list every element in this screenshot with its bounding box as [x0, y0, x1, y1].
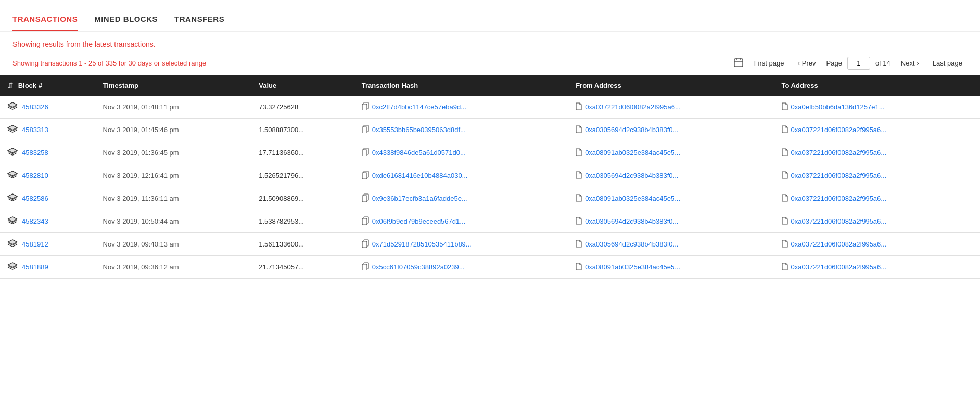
from-addr-value[interactable]: 0xa0305694d2c938b4b383f0...	[585, 217, 678, 225]
cell-txhash-1[interactable]: 0x35553bb65be0395063d8df...	[354, 119, 568, 141]
doc-icon	[576, 125, 582, 135]
tx-hash-value[interactable]: 0x4338f9846de5a61d0571d0...	[372, 149, 466, 157]
block-number[interactable]: 4583326	[22, 103, 48, 111]
cell-from-7[interactable]: 0xa08091ab0325e384ac45e5...	[568, 256, 774, 279]
cell-from-2[interactable]: 0xa08091ab0325e384ac45e5...	[568, 141, 774, 164]
doc-icon	[782, 125, 788, 135]
tx-hash-value[interactable]: 0x06f9b9ed79b9eceed567d1...	[372, 217, 465, 225]
cell-timestamp-7: Nov 3 2019, 09:36:12 am	[96, 256, 252, 279]
from-addr-value[interactable]: 0xa0305694d2c938b4b383f0...	[585, 240, 678, 248]
table-row: 4583258 Nov 3 2019, 01:36:45 pm17.711363…	[0, 141, 980, 164]
cell-timestamp-3: Nov 3 2019, 12:16:41 pm	[96, 164, 252, 187]
copy-icon	[362, 239, 369, 249]
to-addr-value[interactable]: 0xa0efb50bb6da136d1257e1...	[791, 103, 885, 111]
cell-txhash-2[interactable]: 0x4338f9846de5a61d0571d0...	[354, 141, 568, 164]
transactions-table: ⇵ Block # Timestamp Value Transaction Ha…	[0, 75, 980, 279]
cell-txhash-0[interactable]: 0xc2ff7d4bbc1147ce57eba9d...	[354, 96, 568, 119]
tx-hash-value[interactable]: 0xc2ff7d4bbc1147ce57eba9d...	[372, 103, 466, 111]
cell-block-4: 4582586	[0, 187, 96, 210]
to-addr-value[interactable]: 0xa037221d06f0082a2f995a6...	[791, 217, 887, 225]
svg-rect-11	[362, 173, 367, 179]
nav-tab-transactions[interactable]: TRANSACTIONS	[12, 9, 78, 31]
tx-hash-value[interactable]: 0x9e36b17ecfb3a1a6fadde5e...	[372, 195, 467, 202]
first-page-button[interactable]: First page	[749, 57, 790, 70]
cell-txhash-6[interactable]: 0x71d52918728510535411b89...	[354, 233, 568, 256]
showing-text: Showing transactions 1 - 25 of 335 for 3…	[12, 59, 206, 67]
tx-hash-value[interactable]: 0xde61681416e10b4884a030...	[372, 172, 468, 179]
from-addr-value[interactable]: 0xa08091ab0325e384ac45e5...	[585, 195, 680, 202]
cell-to-3[interactable]: 0xa037221d06f0082a2f995a6...	[774, 164, 980, 187]
cell-block-2: 4583258	[0, 141, 96, 164]
tx-hash-value[interactable]: 0x35553bb65be0395063d8df...	[372, 126, 466, 134]
cell-from-3[interactable]: 0xa0305694d2c938b4b383f0...	[568, 164, 774, 187]
cell-value-7: 21.71345057...	[251, 256, 354, 279]
last-page-button[interactable]: Last page	[927, 57, 968, 70]
table-header-row: ⇵ Block # Timestamp Value Transaction Ha…	[0, 75, 980, 96]
cell-txhash-4[interactable]: 0x9e36b17ecfb3a1a6fadde5e...	[354, 187, 568, 210]
block-number[interactable]: 4581889	[22, 263, 48, 271]
tx-hash-value[interactable]: 0x71d52918728510535411b89...	[372, 240, 472, 248]
nav-tab-mined-blocks[interactable]: MINED BLOCKS	[94, 9, 158, 31]
cell-from-6[interactable]: 0xa0305694d2c938b4b383f0...	[568, 233, 774, 256]
table-row: 4583313 Nov 3 2019, 01:45:46 pm1.5088873…	[0, 119, 980, 141]
to-addr-value[interactable]: 0xa037221d06f0082a2f995a6...	[791, 172, 887, 179]
cell-txhash-7[interactable]: 0x5cc61f07059c38892a0239...	[354, 256, 568, 279]
cell-from-5[interactable]: 0xa0305694d2c938b4b383f0...	[568, 210, 774, 233]
from-addr-value[interactable]: 0xa0305694d2c938b4b383f0...	[585, 172, 678, 179]
cell-from-1[interactable]: 0xa0305694d2c938b4b383f0...	[568, 119, 774, 141]
block-number[interactable]: 4583258	[22, 149, 48, 157]
prev-chevron-icon: ‹	[797, 59, 799, 67]
doc-icon	[576, 240, 582, 249]
doc-icon	[576, 194, 582, 203]
cell-value-1: 1.508887300...	[251, 119, 354, 141]
from-addr-value[interactable]: 0xa037221d06f0082a2f995a6...	[585, 103, 681, 111]
header-txhash: Transaction Hash	[354, 75, 568, 96]
from-addr-value[interactable]: 0xa08091ab0325e384ac45e5...	[585, 149, 680, 157]
page-input[interactable]	[847, 57, 870, 70]
cell-to-4[interactable]: 0xa037221d06f0082a2f995a6...	[774, 187, 980, 210]
block-number[interactable]: 4582343	[22, 217, 48, 225]
cell-value-2: 17.71136360...	[251, 141, 354, 164]
prev-button[interactable]: ‹ Prev	[792, 57, 821, 70]
svg-rect-15	[362, 218, 367, 225]
cell-to-2[interactable]: 0xa037221d06f0082a2f995a6...	[774, 141, 980, 164]
to-addr-value[interactable]: 0xa037221d06f0082a2f995a6...	[791, 149, 887, 157]
svg-rect-19	[362, 264, 367, 270]
block-number[interactable]: 4583313	[22, 126, 48, 134]
block-number[interactable]: 4581912	[22, 240, 48, 248]
doc-icon	[782, 263, 788, 272]
tx-hash-value[interactable]: 0x5cc61f07059c38892a0239...	[372, 263, 465, 271]
copy-icon	[362, 216, 369, 226]
block-number[interactable]: 4582810	[22, 172, 48, 179]
cell-block-1: 4583313	[0, 119, 96, 141]
cell-txhash-3[interactable]: 0xde61681416e10b4884a030...	[354, 164, 568, 187]
copy-icon	[362, 193, 369, 203]
cell-to-7[interactable]: 0xa037221d06f0082a2f995a6...	[774, 256, 980, 279]
to-addr-value[interactable]: 0xa037221d06f0082a2f995a6...	[791, 240, 887, 248]
from-addr-value[interactable]: 0xa08091ab0325e384ac45e5...	[585, 263, 680, 271]
cell-timestamp-5: Nov 3 2019, 10:50:44 am	[96, 210, 252, 233]
to-addr-value[interactable]: 0xa037221d06f0082a2f995a6...	[791, 126, 887, 134]
from-addr-value[interactable]: 0xa0305694d2c938b4b383f0...	[585, 126, 678, 134]
copy-icon	[362, 102, 369, 112]
cell-from-0[interactable]: 0xa037221d06f0082a2f995a6...	[568, 96, 774, 119]
cell-timestamp-4: Nov 3 2019, 11:36:11 am	[96, 187, 252, 210]
nav-tab-transfers[interactable]: TRANSFERS	[174, 9, 224, 31]
cell-value-0: 73.32725628	[251, 96, 354, 119]
cell-to-5[interactable]: 0xa037221d06f0082a2f995a6...	[774, 210, 980, 233]
block-number[interactable]: 4582586	[22, 195, 48, 202]
layers-icon	[7, 262, 18, 272]
sort-icon: ⇵	[7, 82, 13, 89]
cell-to-6[interactable]: 0xa037221d06f0082a2f995a6...	[774, 233, 980, 256]
transactions-table-container: ⇵ Block # Timestamp Value Transaction Ha…	[0, 75, 980, 279]
cell-timestamp-0: Nov 3 2019, 01:48:11 pm	[96, 96, 252, 119]
to-addr-value[interactable]: 0xa037221d06f0082a2f995a6...	[791, 263, 887, 271]
cell-to-0[interactable]: 0xa0efb50bb6da136d1257e1...	[774, 96, 980, 119]
next-button[interactable]: Next ›	[896, 57, 924, 70]
cell-to-1[interactable]: 0xa037221d06f0082a2f995a6...	[774, 119, 980, 141]
cell-txhash-5[interactable]: 0x06f9b9ed79b9eceed567d1...	[354, 210, 568, 233]
table-row: 4581889 Nov 3 2019, 09:36:12 am21.713450…	[0, 256, 980, 279]
cell-from-4[interactable]: 0xa08091ab0325e384ac45e5...	[568, 187, 774, 210]
to-addr-value[interactable]: 0xa037221d06f0082a2f995a6...	[791, 195, 887, 202]
header-block: ⇵ Block #	[0, 75, 96, 96]
